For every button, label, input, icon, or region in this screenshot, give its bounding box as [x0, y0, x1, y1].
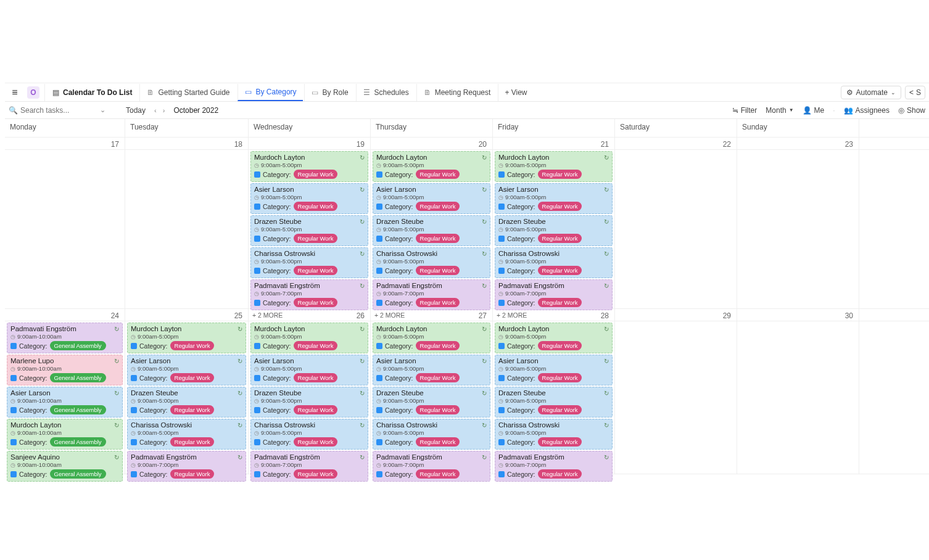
event-card[interactable]: ↻Murdoch Layton◷9:00am-5:00pmCategory:Re… — [495, 151, 613, 182]
prev-month-button[interactable]: ‹ — [152, 107, 159, 114]
event-card[interactable]: ↻Asier Larson◷9:00am-5:00pmCategory:Regu… — [250, 183, 368, 214]
next-month-button[interactable]: › — [160, 107, 168, 114]
day-events[interactable] — [5, 150, 125, 309]
event-card[interactable]: ↻Padmavati Engström◷9:00am-7:00pmCategor… — [127, 451, 246, 482]
event-card[interactable]: ↻Charissa Ostrowski◷9:00am-5:00pmCategor… — [373, 419, 490, 450]
event-card[interactable]: ↻Drazen Steube◷9:00am-5:00pmCategory:Reg… — [127, 387, 246, 418]
event-card[interactable]: ↻Padmavati Engström◷9:00am-10:00amCatego… — [7, 323, 123, 353]
day-cell[interactable]: 20 — [371, 138, 493, 150]
day-events[interactable] — [125, 150, 249, 309]
view-switch[interactable]: Month ▼ — [766, 106, 793, 115]
event-card[interactable]: ↻Padmavati Engström◷9:00am-7:00pmCategor… — [373, 451, 490, 482]
event-card[interactable]: ↻Marlene Lupo◷9:00am-10:00amCategory:Gen… — [7, 355, 123, 385]
recurring-icon: ↻ — [360, 154, 365, 161]
workspace-logo[interactable]: O — [27, 86, 39, 99]
day-events[interactable] — [859, 150, 929, 309]
event-card[interactable]: ↻Charissa Ostrowski◷9:00am-5:00pmCategor… — [373, 247, 490, 278]
day-events[interactable]: ↻Padmavati Engström◷9:00am-10:00amCatego… — [5, 321, 125, 474]
show-button[interactable]: ◎Show — [898, 106, 925, 115]
day-cell[interactable]: 21 — [493, 138, 615, 150]
day-events[interactable]: ↻Murdoch Layton◷9:00am-5:00pmCategory:Re… — [371, 321, 493, 474]
event-card[interactable]: ↻Drazen Steube◷9:00am-5:00pmCategory:Reg… — [250, 215, 368, 246]
day-cell[interactable]: 22 — [615, 138, 737, 150]
event-card[interactable]: ↻Sanjeev Aquino◷9:00am-10:00amCategory:G… — [7, 451, 123, 482]
day-events[interactable]: ↻Murdoch Layton◷9:00am-5:00pmCategory:Re… — [371, 150, 493, 309]
tab-by-category[interactable]: ▭ By Category — [237, 84, 303, 101]
search-dropdown-chevron[interactable]: ⌄ — [97, 106, 108, 114]
day-cell[interactable] — [859, 309, 929, 321]
event-card[interactable]: ↻Padmavati Engström◷9:00am-7:00pmCategor… — [495, 279, 613, 310]
event-card[interactable]: ↻Charissa Ostrowski◷9:00am-5:00pmCategor… — [495, 419, 613, 450]
day-cell[interactable]: 24 — [5, 309, 125, 321]
day-events[interactable]: ↻Murdoch Layton◷9:00am-5:00pmCategory:Re… — [249, 321, 371, 474]
day-events[interactable]: ↻Murdoch Layton◷9:00am-5:00pmCategory:Re… — [125, 321, 249, 474]
day-events[interactable]: ↻Murdoch Layton◷9:00am-5:00pmCategory:Re… — [493, 150, 615, 309]
more-events-button[interactable]: + 2 MORE — [495, 310, 528, 320]
event-card[interactable]: ↻Murdoch Layton◷9:00am-5:00pmCategory:Re… — [495, 323, 613, 353]
day-cell[interactable]: 29 — [615, 309, 737, 321]
day-cell[interactable]: 26+ 2 MORE — [249, 309, 371, 321]
day-cell[interactable]: 18 — [125, 138, 249, 150]
event-card[interactable]: ↻Asier Larson◷9:00am-5:00pmCategory:Regu… — [127, 355, 246, 385]
tab-meeting-request[interactable]: 🗎 Meeting Request — [416, 84, 497, 101]
event-card[interactable]: ↻Drazen Steube◷9:00am-5:00pmCategory:Reg… — [373, 387, 490, 418]
event-card[interactable]: ↻Padmavati Engström◷9:00am-7:00pmCategor… — [495, 451, 613, 482]
today-button[interactable]: Today — [122, 106, 149, 115]
day-cell[interactable]: 17 — [5, 138, 125, 150]
event-card[interactable]: ↻Asier Larson◷9:00am-5:00pmCategory:Regu… — [495, 355, 613, 385]
day-events[interactable]: ↻Murdoch Layton◷9:00am-5:00pmCategory:Re… — [493, 321, 615, 474]
event-card[interactable]: ↻Murdoch Layton◷9:00am-10:00amCategory:G… — [7, 419, 123, 450]
day-cell[interactable]: 19 — [249, 138, 371, 150]
day-cell[interactable]: 30 — [737, 309, 859, 321]
event-card[interactable]: ↻Charissa Ostrowski◷9:00am-5:00pmCategor… — [250, 419, 368, 450]
event-card[interactable]: ↻Drazen Steube◷9:00am-5:00pmCategory:Reg… — [495, 215, 613, 246]
menu-button[interactable]: ≡ — [7, 85, 22, 100]
event-card[interactable]: ↻Asier Larson◷9:00am-5:00pmCategory:Regu… — [495, 183, 613, 214]
event-card[interactable]: ↻Murdoch Layton◷9:00am-5:00pmCategory:Re… — [127, 323, 246, 353]
event-card[interactable]: ↻Charissa Ostrowski◷9:00am-5:00pmCategor… — [495, 247, 613, 278]
me-button[interactable]: 👤Me — [803, 106, 825, 115]
event-card[interactable]: ↻Padmavati Engström◷9:00am-7:00pmCategor… — [373, 279, 490, 310]
add-view-button[interactable]: + View — [498, 84, 533, 101]
day-events[interactable] — [615, 150, 737, 309]
event-card[interactable]: ↻Murdoch Layton◷9:00am-5:00pmCategory:Re… — [373, 323, 490, 353]
automate-button[interactable]: ⚙ Automate ⌄ — [841, 86, 901, 99]
assignees-button[interactable]: 👥Assignees — [844, 106, 890, 115]
event-card[interactable]: ↻Asier Larson◷9:00am-5:00pmCategory:Regu… — [373, 183, 490, 214]
event-card[interactable]: ↻Murdoch Layton◷9:00am-5:00pmCategory:Re… — [250, 323, 368, 353]
event-card[interactable]: ↻Asier Larson◷9:00am-5:00pmCategory:Regu… — [373, 355, 490, 385]
day-cell[interactable] — [859, 138, 929, 150]
event-card[interactable]: ↻Drazen Steube◷9:00am-5:00pmCategory:Reg… — [495, 387, 613, 418]
event-card[interactable]: ↻Drazen Steube◷9:00am-5:00pmCategory:Reg… — [250, 387, 368, 418]
day-cell[interactable]: 27+ 2 MORE — [371, 309, 493, 321]
event-card[interactable]: ↻Charissa Ostrowski◷9:00am-5:00pmCategor… — [127, 419, 246, 450]
filter-button[interactable]: ≒Filter — [732, 106, 758, 115]
event-card[interactable]: ↻Padmavati Engström◷9:00am-7:00pmCategor… — [250, 451, 368, 482]
category-label: Category: — [507, 235, 535, 242]
share-button[interactable]: < S — [905, 86, 925, 99]
day-events[interactable]: ↻Murdoch Layton◷9:00am-5:00pmCategory:Re… — [249, 150, 371, 309]
day-events[interactable] — [859, 321, 929, 474]
page-title-tab[interactable]: ▤ Calendar To Do List — [44, 84, 138, 101]
event-card[interactable]: ↻Asier Larson◷9:00am-5:00pmCategory:Regu… — [250, 355, 368, 385]
day-events[interactable] — [615, 321, 737, 474]
day-events[interactable] — [737, 150, 859, 309]
day-cell[interactable]: 28+ 2 MORE — [493, 309, 615, 321]
event-card[interactable]: ↻Murdoch Layton◷9:00am-5:00pmCategory:Re… — [250, 151, 368, 182]
event-card[interactable]: ↻Padmavati Engström◷9:00am-7:00pmCategor… — [250, 279, 368, 310]
day-cell[interactable]: 23 — [737, 138, 859, 150]
event-card[interactable]: ↻Charissa Ostrowski◷9:00am-5:00pmCategor… — [250, 247, 368, 278]
tab-schedules[interactable]: ☰ Schedules — [356, 84, 415, 101]
event-name: Asier Larson — [376, 357, 487, 364]
more-events-button[interactable]: + 2 MORE — [251, 310, 284, 320]
event-card[interactable]: ↻Murdoch Layton◷9:00am-5:00pmCategory:Re… — [373, 151, 490, 182]
tab-getting-started[interactable]: 🗎 Getting Started Guide — [139, 84, 236, 101]
event-card[interactable]: ↻Drazen Steube◷9:00am-5:00pmCategory:Reg… — [373, 215, 490, 246]
event-card[interactable]: ↻Asier Larson◷9:00am-10:00amCategory:Gen… — [7, 387, 123, 418]
search-input[interactable] — [20, 106, 94, 115]
day-cell[interactable]: 25 — [125, 309, 249, 321]
day-events[interactable] — [737, 321, 859, 474]
more-events-button[interactable]: + 2 MORE — [373, 310, 406, 320]
event-name: Padmavati Engström — [10, 325, 119, 332]
tab-by-role[interactable]: ▭ By Role — [304, 84, 355, 101]
